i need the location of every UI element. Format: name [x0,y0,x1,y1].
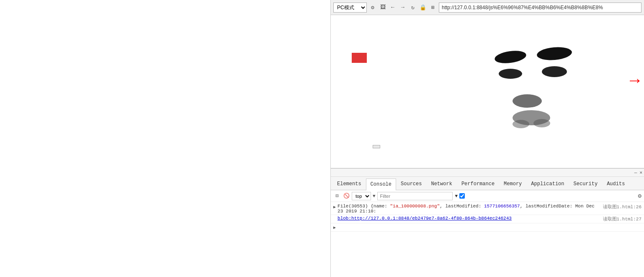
svg-point-0 [494,49,527,65]
grid-icon[interactable]: ⊞ [429,3,437,12]
tab-security[interactable]: Security [569,178,603,190]
devtools-console-toolbar: ⊡ 🚫 top ▼ ▼ ⚙ [331,190,644,202]
tab-network[interactable]: Network [426,178,456,190]
svg-point-6 [513,120,529,128]
default-levels-arrow: ▼ [455,194,458,199]
console-row-file: ▶ File(30553) {name: "ia_100000008.png",… [331,203,644,215]
svg-point-4 [513,94,542,108]
dropdown-arrow-icon: ▼ [373,194,376,199]
console-filter-input[interactable] [377,192,453,200]
reload-icon[interactable]: ↻ [409,3,417,12]
browser-toolbar: PC模式 ⚙ 🖼 ← → ↻ 🔒 ⊞ [331,0,644,15]
forward-icon[interactable]: → [399,3,407,12]
expand-icon-2[interactable]: ▶ [333,225,336,230]
svg-point-7 [533,119,550,127]
console-text-blob: blob:http://127.0.0.1:8848/eb2479e7-8a62… [337,216,600,221]
choose-file-button[interactable] [373,145,380,148]
devtools-close-icon[interactable]: ✕ [639,170,642,175]
devtools-titlebar: — ✕ [331,168,644,177]
tab-elements[interactable]: Elements [332,178,366,190]
tab-console[interactable]: Console [366,179,396,190]
file-input-row [373,145,384,148]
annotation-arrow: → [630,72,640,91]
console-source-blob[interactable]: 读取图1.html:27 [603,216,641,222]
console-row-blob: ▶ blob:http://127.0.0.1:8848/eb2479e7-8a… [331,215,644,223]
screenshot-icon[interactable]: 🖼 [379,3,387,12]
devtools-console-content: ▶ File(30553) {name: "ia_100000008.png",… [331,202,644,277]
tab-application[interactable]: Application [526,178,569,190]
tab-memory[interactable]: Memory [499,178,526,190]
console-source-file[interactable]: 读取图1.html:26 [603,204,641,210]
devtools-tabs: Elements Console Sources Network Perform… [331,177,644,190]
devtools-settings-icon[interactable]: ⚙ [638,192,641,199]
blob-url-link[interactable]: blob:http://127.0.0.1:8848/eb2479e7-8a62… [337,216,512,221]
default-levels-label[interactable]: ▼ [454,194,458,199]
clear-console-icon[interactable]: 🚫 [343,192,350,200]
lock-icon[interactable]: 🔒 [419,3,427,12]
context-select[interactable]: top [352,192,371,200]
url-bar[interactable] [439,3,641,13]
group-similar-checkbox[interactable] [459,193,465,199]
svg-point-3 [542,66,567,77]
expand-icon[interactable]: ▶ [333,205,336,210]
console-row-arrow: ▶ [331,223,644,232]
code-editor [0,0,331,277]
inspect-icon[interactable]: ⊡ [333,192,341,200]
browser-panel: PC模式 ⚙ 🖼 ← → ↻ 🔒 ⊞ [331,0,644,277]
tab-sources[interactable]: Sources [396,178,426,190]
browser-content: → [331,15,644,168]
console-text-file: File(30553) {name: "ia_100000008.png", l… [337,204,600,214]
face-image [462,23,596,141]
devtools-minimize-icon[interactable]: — [634,170,637,175]
svg-point-2 [499,69,522,79]
back-icon[interactable]: ← [389,3,397,12]
refresh-icon[interactable]: ⚙ [368,3,377,12]
tab-audits[interactable]: Audits [602,178,629,190]
devtools-panel: — ✕ Elements Console Sources Network Per… [331,168,644,277]
group-similar-label [459,193,466,199]
browser-mode-select[interactable]: PC模式 [333,3,367,13]
tab-performance[interactable]: Performance [457,178,499,190]
annotation-overlay [352,53,367,63]
svg-point-1 [536,46,572,61]
